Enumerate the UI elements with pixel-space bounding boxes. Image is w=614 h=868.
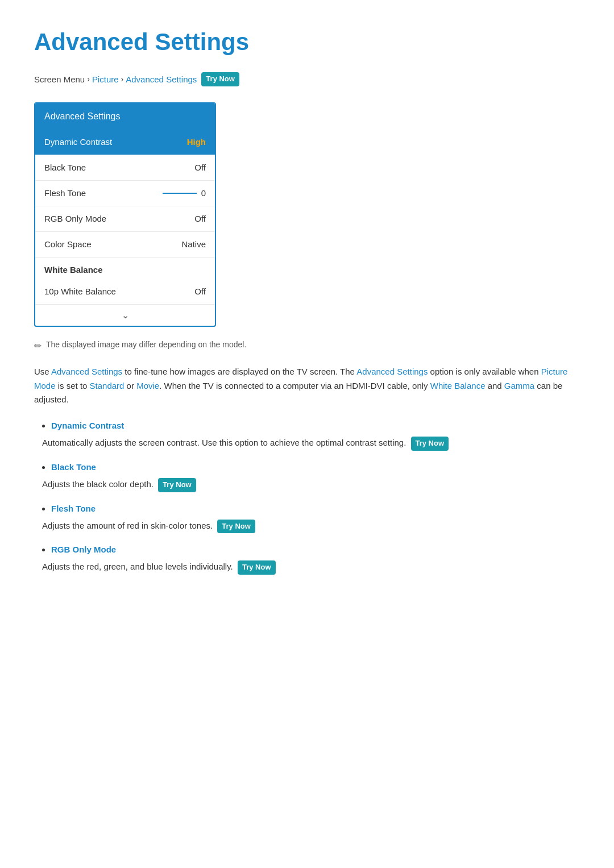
color-space-value: Native [181,238,206,251]
flesh-tone-line [163,193,197,194]
body-link-standard[interactable]: Standard [90,381,125,391]
settings-row-black-tone[interactable]: Black Tone Off [35,155,215,181]
flesh-tone-value: 0 [201,186,206,200]
list-item-black-tone-desc: Adjusts the black color depth. Try Now [42,477,580,492]
list-item-rgb-only-mode-title[interactable]: RGB Only Mode [51,543,580,556]
black-tone-label: Black Tone [44,161,86,175]
settings-panel-header: Advanced Settings [35,103,215,130]
10p-white-balance-label: 10p White Balance [44,285,116,298]
breadcrumb-advanced-settings[interactable]: Advanced Settings [126,73,197,86]
list-item-flesh-tone-title[interactable]: Flesh Tone [51,502,580,516]
settings-scroll-down[interactable]: ⌄ [35,305,215,326]
black-tone-try-now[interactable]: Try Now [158,478,196,492]
list-item-rgb-only-mode: RGB Only Mode Adjusts the red, green, an… [51,542,580,575]
body-link-white-balance[interactable]: White Balance [430,381,486,391]
settings-row-color-space[interactable]: Color Space Native [35,232,215,258]
rgb-only-mode-value: Off [194,212,206,226]
feature-list: Dynamic Contrast Automatically adjusts t… [34,418,580,575]
body-link-advanced-settings-2[interactable]: Advanced Settings [356,367,428,376]
dynamic-contrast-value: High [187,135,206,149]
rgb-only-mode-label: RGB Only Mode [44,212,106,226]
black-tone-value: Off [194,161,206,175]
breadcrumb: Screen Menu › Picture › Advanced Setting… [34,72,580,86]
flesh-tone-control: 0 [163,186,206,200]
flesh-tone-label: Flesh Tone [44,186,86,200]
10p-white-balance-value: Off [194,285,206,298]
pencil-icon: ✏ [34,339,42,354]
list-item-black-tone-title[interactable]: Black Tone [51,460,580,474]
breadcrumb-sep-2: › [121,73,124,85]
list-item-black-tone: Black Tone Adjusts the black color depth… [51,460,580,492]
page-title: Advanced Settings [34,23,580,61]
breadcrumb-try-now-badge[interactable]: Try Now [201,72,239,86]
breadcrumb-sep-1: › [87,73,90,85]
color-space-label: Color Space [44,238,92,251]
body-link-gamma[interactable]: Gamma [504,381,534,391]
chevron-down-icon: ⌄ [122,310,129,320]
body-link-advanced-settings-1[interactable]: Advanced Settings [51,367,122,376]
list-item-dynamic-contrast-title[interactable]: Dynamic Contrast [51,419,580,433]
flesh-tone-try-now[interactable]: Try Now [217,520,255,534]
settings-row-10p-white-balance[interactable]: 10p White Balance Off [35,279,215,305]
note-text: The displayed image may differ depending… [46,338,246,351]
list-item-rgb-only-mode-desc: Adjusts the red, green, and blue levels … [42,560,580,575]
note-row: ✏ The displayed image may differ dependi… [34,338,580,354]
settings-panel: Advanced Settings Dynamic Contrast High … [34,102,216,327]
body-intro: Use Advanced Settings to fine-tune how i… [34,365,580,407]
list-item-dynamic-contrast: Dynamic Contrast Automatically adjusts t… [51,418,580,451]
dynamic-contrast-label: Dynamic Contrast [44,135,112,149]
settings-row-rgb-only-mode[interactable]: RGB Only Mode Off [35,206,215,232]
dynamic-contrast-try-now[interactable]: Try Now [411,437,449,451]
rgb-only-mode-try-now[interactable]: Try Now [238,560,276,575]
settings-row-dynamic-contrast[interactable]: Dynamic Contrast High [35,130,215,155]
breadcrumb-screen-menu: Screen Menu [34,73,85,86]
white-balance-label: White Balance [44,263,103,277]
settings-row-flesh-tone[interactable]: Flesh Tone 0 [35,181,215,206]
settings-row-white-balance[interactable]: White Balance [35,258,215,279]
list-item-dynamic-contrast-desc: Automatically adjusts the screen contras… [42,436,580,451]
list-item-flesh-tone: Flesh Tone Adjusts the amount of red in … [51,501,580,534]
breadcrumb-picture[interactable]: Picture [92,73,119,86]
list-item-flesh-tone-desc: Adjusts the amount of red in skin-color … [42,519,580,534]
body-link-movie[interactable]: Movie [136,381,159,391]
